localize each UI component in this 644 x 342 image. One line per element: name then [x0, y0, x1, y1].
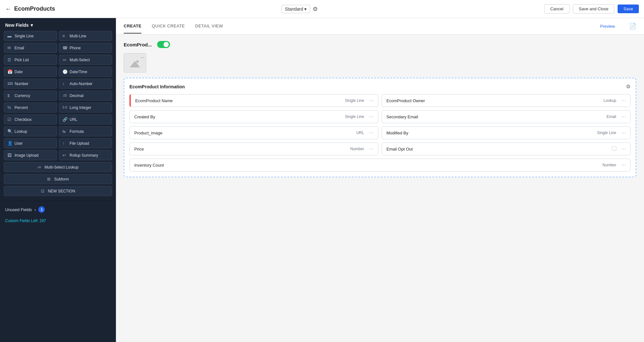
preview-link[interactable]: Preview [600, 19, 615, 33]
field-decimal[interactable]: .00 Decimal [59, 91, 112, 101]
field-type-label: Lookup [603, 98, 616, 103]
header-center: Standard ▾ ⚙ [281, 5, 318, 13]
field-label: Lookup [14, 129, 27, 134]
field-more-icon[interactable]: ··· [369, 146, 374, 152]
section-fields: EcomProduct Name Single Line ··· EcomPro… [129, 94, 630, 171]
field-name-label: EcomProduct Owner [386, 98, 425, 103]
field-lookup[interactable]: 🔍 Lookup [4, 126, 57, 136]
field-percent[interactable]: % Percent [4, 103, 57, 112]
field-date[interactable]: 📅 Date [4, 67, 57, 77]
tab-detail-view[interactable]: DETAIL VIEW [195, 19, 223, 34]
multi-select-icon: ≔ [62, 57, 68, 62]
field-label: Rollup Summary [70, 153, 98, 158]
field-multi-select-lookup[interactable]: ≔ Multi-Select Lookup [4, 162, 112, 172]
field-more-icon[interactable]: ··· [621, 146, 626, 152]
field-rollup-summary[interactable]: ↩ Rollup Summary [59, 150, 112, 160]
field-label: Single Line [14, 34, 33, 38]
field-name-label: Secondary Email [386, 114, 419, 119]
field-label: Pick List [14, 58, 29, 62]
app-title: EcomProducts [14, 5, 55, 12]
multi-select-lookup-icon: ≔ [37, 165, 43, 170]
datetime-icon: 🕐 [62, 69, 68, 74]
sidebar: New Fields ▾ ▬ Single Line ≡ Multi-Line … [0, 18, 116, 342]
field-ecomproduct-owner: EcomProduct Owner Lookup ··· [382, 94, 630, 107]
field-multi-line[interactable]: ≡ Multi-Line [59, 31, 112, 41]
pick-list-icon: ☰ [7, 57, 13, 62]
auto-number-icon: ↕ [62, 81, 68, 86]
tab-quick-create[interactable]: QUICK CREATE [152, 19, 185, 34]
field-more-icon[interactable]: ··· [621, 98, 626, 103]
field-name-label: EcomProduct Name [135, 98, 173, 103]
module-name: EcomProd... [124, 42, 152, 47]
custom-fields-left: Custom Fields Left: 297 [0, 216, 116, 226]
unused-chevron-icon: › [34, 207, 36, 212]
field-formula[interactable]: fx Formula [59, 126, 112, 136]
field-auto-number[interactable]: ↕ Auto-Number [59, 79, 112, 89]
field-currency[interactable]: $ Currency [4, 91, 57, 101]
field-label: Checkbox [14, 117, 32, 122]
field-label: Multi-Select Lookup [44, 165, 78, 170]
section-header: EcomProduct Information ⚙ [129, 83, 630, 90]
field-more-icon[interactable]: ··· [369, 130, 374, 136]
field-price: Price Number ··· [129, 142, 378, 155]
rollup-icon: ↩ [62, 153, 68, 158]
tab-create[interactable]: CREATE [124, 19, 141, 34]
standard-select[interactable]: Standard ▾ [281, 5, 310, 13]
new-fields-header[interactable]: New Fields ▾ [0, 18, 116, 31]
field-number[interactable]: 123 Number [4, 79, 57, 89]
module-toggle[interactable] [157, 41, 170, 48]
field-subform[interactable]: ⊞ Subform [4, 174, 112, 184]
file-upload-icon: ↑ [62, 141, 68, 146]
field-label: Currency [14, 93, 30, 98]
cancel-button[interactable]: Cancel [544, 4, 569, 14]
settings-icon[interactable]: ⚙ [313, 5, 318, 13]
new-fields-label: New Fields [5, 23, 29, 28]
back-button[interactable]: ← [5, 5, 12, 13]
field-name-label: Inventory Count [134, 163, 166, 168]
field-label: Multi-Select [70, 58, 90, 62]
field-more-icon[interactable]: ··· [621, 130, 626, 136]
section-settings-icon[interactable]: ⚙ [626, 83, 630, 90]
user-icon: 👤 [7, 141, 13, 146]
lookup-icon: 🔍 [7, 129, 13, 134]
field-ecomproduct-name: EcomProduct Name Single Line ··· [129, 94, 378, 107]
new-section-icon: ⊡ [41, 189, 46, 193]
field-label: URL [70, 117, 77, 122]
field-email[interactable]: ✉ Email [4, 43, 57, 53]
field-more-icon[interactable]: ··· [369, 114, 374, 120]
image-more-icon[interactable]: ··· [141, 55, 145, 60]
field-more-icon[interactable]: ··· [621, 114, 626, 120]
header-left: ← EcomProducts [5, 5, 55, 13]
decimal-icon: .00 [62, 94, 68, 97]
field-type-label [612, 146, 616, 152]
unused-fields-row[interactable]: Unused Fields › 1 [0, 203, 116, 216]
field-inventory-count: Inventory Count Number ··· [129, 159, 630, 171]
field-pick-list[interactable]: ☰ Pick List [4, 55, 57, 65]
field-long-integer[interactable]: 9-9 Long Integer [59, 103, 112, 112]
mountain-icon [130, 58, 140, 67]
field-single-line[interactable]: ▬ Single Line [4, 31, 57, 41]
doc-icon[interactable]: 📄 [629, 18, 636, 34]
field-datetime[interactable]: 🕐 Date/Time [59, 67, 112, 77]
image-placeholder[interactable]: ··· [124, 53, 146, 73]
tabs-bar: CREATE QUICK CREATE DETAIL VIEW Preview … [116, 18, 644, 34]
field-more-icon[interactable]: ··· [369, 98, 374, 103]
field-type-label: Email [607, 114, 616, 119]
save-close-button[interactable]: Save and Close [573, 4, 615, 14]
save-button[interactable]: Save [618, 5, 639, 13]
field-phone[interactable]: ☎ Phone [59, 43, 112, 53]
field-checkbox[interactable]: ☑ Checkbox [4, 114, 57, 124]
field-url[interactable]: 🔗 URL [59, 114, 112, 124]
dropdown-icon: ▾ [304, 6, 307, 12]
field-multi-select[interactable]: ≔ Multi-Select [59, 55, 112, 65]
field-user[interactable]: 👤 User [4, 138, 57, 148]
field-file-upload[interactable]: ↑ File Upload [59, 138, 112, 148]
field-type-label: Number [350, 147, 364, 151]
field-label: Image Upload [14, 153, 39, 158]
field-image-upload[interactable]: 🖼 Image Upload [4, 150, 57, 160]
field-modified-by: Modified By Single Line ··· [382, 126, 630, 139]
new-section-button[interactable]: ⊡ NEW SECTION [4, 186, 112, 196]
field-name-label: Created By [134, 114, 166, 119]
field-more-icon[interactable]: ··· [621, 162, 626, 168]
unused-fields-label: Unused Fields [5, 207, 32, 212]
